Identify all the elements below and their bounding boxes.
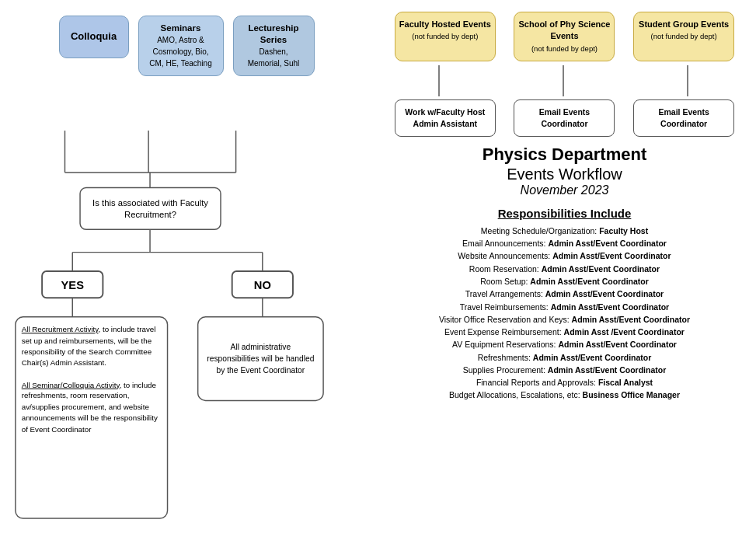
student-group-sub: (not funded by dept) [651,32,717,40]
email-coordinator-node-2: Email Events Coordinator [633,99,734,136]
faculty-hosted-sub: (not funded by dept) [412,32,478,40]
responsibility-item: Room Reservation: Admin Asst/Event Coord… [388,263,740,275]
responsibility-item: Visitor Office Reservation and Keys: Adm… [388,313,740,326]
email-coordinator-label-1: Email Events Coordinator [539,107,590,128]
school-phy-sub: (not funded by dept) [531,44,597,53]
student-group-node: Student Group Events (not funded by dept… [633,12,734,61]
flowchart-svg: Is this associated with Faculty Recruitm… [12,76,361,537]
student-group-label: Student Group Events [639,19,729,29]
physics-title: Physics Department Events Workflow Novem… [388,145,740,197]
seminars-title: Seminars [161,23,201,33]
responsibility-item: Budget Allocations, Escalations, etc: Bu… [388,389,740,401]
responsibility-item: Travel Arrangements: Admin Asst/Event Co… [388,288,740,300]
top-nodes-row: Colloquia Seminars AMO, Astro & Cosmolog… [12,16,361,76]
events-workflow-title: Events Workflow [388,165,740,183]
bottom-right-nodes: Work w/Faculty Host Admin Assistant Emai… [388,99,740,136]
responsibilities-title: Responsibilities Include [388,207,740,220]
seminars-node: Seminars AMO, Astro & Cosmology, Bio, CM… [138,16,224,76]
school-phy-node: School of Phy Science Events (not funded… [514,12,615,61]
responsibility-item: Supplies Procurement: Admin Asst/Event C… [388,364,740,376]
faculty-hosted-node: Faculty Hosted Events (not funded by dep… [395,12,496,61]
responsibility-item: Email Announcements: Admin Asst/Event Co… [388,237,740,249]
colloquia-node: Colloquia [59,16,129,58]
work-faculty-label: Work w/Faculty Host Admin Assistant [405,107,485,128]
responsibilities-list: Meeting Schedule/Organization: Faculty H… [388,225,740,402]
lectureship-node: Lectureship Series Dashen, Memorial, Suh… [233,16,315,76]
yes-label: YES [61,278,85,291]
responsibility-item: AV Equipment Reservations: Admin Asst/Ev… [388,338,740,350]
right-panel: Faculty Hosted Events (not funded by dep… [373,0,756,537]
date-label: November 2023 [388,183,740,197]
recruitment-question: Is this associated with Faculty Recruitm… [83,197,218,220]
responsibility-item: Room Setup: Admin Asst/Event Coordinator [388,275,740,288]
result-no-text: All administrative responsibilities will… [204,341,318,376]
responsibility-item: Refreshments: Admin Asst/Event Coordinat… [388,351,740,364]
responsibilities-section: Responsibilities Include Meeting Schedul… [388,207,740,402]
email-coordinator-label-2: Email Events Coordinator [658,107,709,128]
responsibility-item: Website Announcements: Admin Asst/Event … [388,249,740,262]
school-phy-label: School of Phy Science Events [518,19,610,40]
seminars-sub: AMO, Astro & Cosmology, Bio, CM, HE, Tea… [149,36,211,68]
colloquia-label: Colloquia [71,30,117,42]
physics-dept-title: Physics Department [388,145,740,165]
lectureship-title: Lectureship Series [248,23,298,44]
responsibility-item: Event Expense Reimbursement: Admin Asst … [388,326,740,338]
top-right-nodes: Faculty Hosted Events (not funded by dep… [388,12,740,61]
work-faculty-node: Work w/Faculty Host Admin Assistant [395,99,496,136]
email-coordinator-node-1: Email Events Coordinator [514,99,615,136]
result-yes-text: All Recruitment Activity, to include tra… [22,324,162,434]
right-connector-svg [388,65,738,96]
lectureship-sub: Dashen, Memorial, Suhl [248,47,300,68]
faculty-hosted-label: Faculty Hosted Events [399,19,491,29]
responsibility-item: Meeting Schedule/Organization: Faculty H… [388,225,740,237]
responsibility-item: Travel Reimbursements: Admin Asst/Event … [388,301,740,313]
responsibility-item: Financial Reports and Approvals: Fiscal … [388,376,740,389]
left-panel: Colloquia Seminars AMO, Astro & Cosmolog… [0,0,373,537]
no-label: NO [254,278,271,291]
